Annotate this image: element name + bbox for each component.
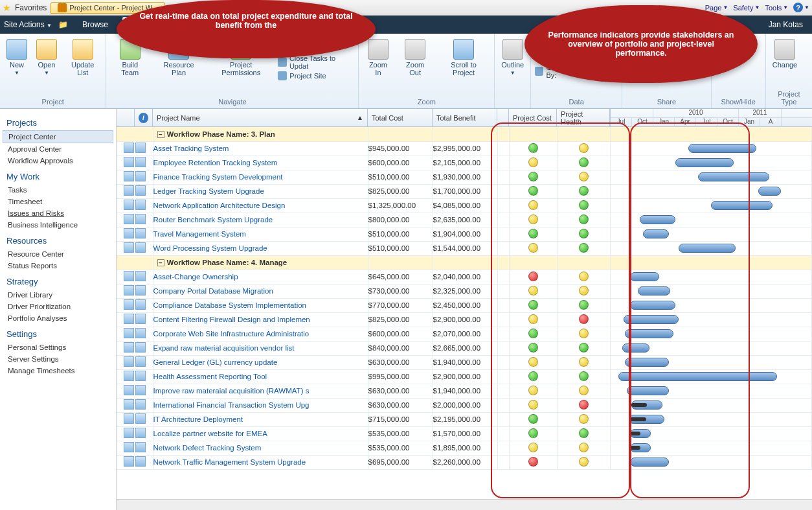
- zoom-out-button[interactable]: Zoom Out: [397, 38, 433, 78]
- project-name-cell[interactable]: Improve raw materaial acquisition (RAWMA…: [153, 384, 368, 398]
- sidebar-heading-my-work[interactable]: My Work: [6, 172, 109, 181]
- table-row[interactable]: Network Application Architecture Design$…: [117, 198, 812, 213]
- change-button[interactable]: Change: [770, 38, 800, 70]
- sidebar-item-workflow-approvals[interactable]: Workflow Approvals: [6, 155, 109, 167]
- gantt-bar[interactable]: [711, 201, 773, 210]
- update-list-button[interactable]: Update List: [63, 38, 102, 78]
- sidebar-item-manage-timesheets[interactable]: Manage Timesheets: [6, 365, 109, 377]
- gantt-bar[interactable]: [630, 272, 659, 281]
- project-name-cell[interactable]: Health Assessment Reporting Tool: [153, 369, 368, 384]
- zoom-in-button[interactable]: Zoom In: [363, 38, 393, 78]
- table-row[interactable]: Health Assessment Reporting Tool$995,000…: [117, 369, 812, 384]
- sidebar-item-approval-center[interactable]: Approval Center: [6, 143, 109, 155]
- project-name-cell[interactable]: Expand raw material acquisition vendor l…: [153, 341, 368, 355]
- table-row[interactable]: Asset Tracking System$945,000.00$2,995,0…: [117, 141, 812, 156]
- project-name-cell[interactable]: Content Filtering Firewall Design and Im…: [153, 312, 368, 327]
- collapse-icon[interactable]: −: [157, 259, 164, 266]
- sidebar-item-status-reports[interactable]: Status Reports: [6, 260, 109, 272]
- gantt-bar[interactable]: [688, 144, 756, 153]
- table-row[interactable]: Ledger Tracking System Upgrade$825,000.0…: [117, 184, 812, 198]
- table-row[interactable]: Improve raw materaial acquisition (RAWMA…: [117, 384, 812, 398]
- table-row[interactable]: General Ledger (GL) currency update$630,…: [117, 355, 812, 369]
- sidebar-item-tasks[interactable]: Tasks: [6, 184, 109, 196]
- table-row[interactable]: Expand raw material acquisition vendor l…: [117, 341, 812, 355]
- grid-body[interactable]: −Workflow Phase Name: 3. PlanAsset Track…: [117, 127, 812, 510]
- favorites-label[interactable]: Favorites: [15, 3, 47, 12]
- horizontal-scrollbar[interactable]: [117, 499, 812, 510]
- open-button[interactable]: Open▼: [34, 38, 60, 77]
- sidebar-item-driver-library[interactable]: Driver Library: [6, 289, 109, 301]
- sidebar-item-personal-settings[interactable]: Personal Settings: [6, 342, 109, 353]
- gantt-bar[interactable]: [758, 187, 781, 196]
- project-name-cell[interactable]: International Financial Transaction Syst…: [153, 398, 368, 412]
- gantt-bar[interactable]: [640, 215, 675, 224]
- table-row[interactable]: Content Filtering Firewall Design and Im…: [117, 312, 812, 327]
- gantt-bar[interactable]: [624, 315, 679, 324]
- col-project-health[interactable]: Project Health: [557, 109, 610, 126]
- col-project-cost[interactable]: Project Cost: [509, 109, 557, 126]
- sidebar-heading-settings[interactable]: Settings: [6, 329, 109, 339]
- help-menu[interactable]: ?▼: [793, 3, 809, 12]
- table-row[interactable]: Word Processing System Upgrade$510,000.0…: [117, 241, 812, 255]
- project-name-cell[interactable]: Asset Tracking System: [153, 141, 368, 156]
- project-name-cell[interactable]: Employee Retention Tracking System: [153, 156, 368, 170]
- project-name-cell[interactable]: General Ledger (GL) currency update: [153, 355, 368, 369]
- table-row[interactable]: Travel Management System$510,000.00$1,90…: [117, 227, 812, 241]
- col-total-benefit[interactable]: Total Benefit: [433, 109, 497, 126]
- sidebar-item-bi[interactable]: Business Intelligence: [6, 219, 109, 231]
- sidebar-item-project-center[interactable]: Project Center: [3, 130, 113, 143]
- nav-up-icon[interactable]: 📁: [58, 20, 68, 29]
- col-project-name[interactable]: Project Name▲: [153, 109, 368, 126]
- table-row[interactable]: IT Architecture Deployment$715,000.00$2,…: [117, 412, 812, 426]
- gantt-bar[interactable]: [630, 458, 669, 467]
- project-name-cell[interactable]: Asset-Change Ownership: [153, 270, 368, 284]
- project-name-cell[interactable]: Localize partner website for EMEA: [153, 426, 368, 441]
- gantt-bar[interactable]: [618, 372, 777, 381]
- table-row[interactable]: Localize partner website for EMEA$535,00…: [117, 426, 812, 441]
- project-name-cell[interactable]: Network Application Architecture Design: [153, 198, 368, 213]
- project-name-cell[interactable]: Travel Management System: [153, 227, 368, 241]
- gantt-bar[interactable]: [627, 386, 669, 395]
- sidebar-heading-strategy[interactable]: Strategy: [6, 277, 109, 286]
- safety-menu[interactable]: Safety▼: [733, 4, 760, 12]
- table-row[interactable]: Compliance Database System Implementatio…: [117, 298, 812, 312]
- project-name-cell[interactable]: IT Architecture Deployment: [153, 412, 368, 426]
- col-total-cost[interactable]: Total Cost: [368, 109, 433, 126]
- project-name-cell[interactable]: Word Processing System Upgrade: [153, 241, 368, 255]
- scroll-to-project-button[interactable]: Scroll to Project: [437, 38, 491, 78]
- sidebar-item-server-settings[interactable]: Server Settings: [6, 353, 109, 365]
- sidebar-heading-resources[interactable]: Resources: [6, 236, 109, 246]
- project-name-cell[interactable]: Finance Tracking System Development: [153, 170, 368, 184]
- col-info[interactable]: i: [135, 109, 153, 126]
- gantt-bar[interactable]: [643, 229, 669, 238]
- sidebar-heading-projects[interactable]: Projects: [6, 118, 109, 128]
- gantt-bar[interactable]: [625, 329, 673, 338]
- table-row[interactable]: Finance Tracking System Development$510,…: [117, 170, 812, 184]
- table-row[interactable]: International Financial Transaction Syst…: [117, 398, 812, 412]
- table-row[interactable]: Employee Retention Tracking System$600,0…: [117, 156, 812, 170]
- table-row[interactable]: Network Defect Tracking System$535,000.0…: [117, 441, 812, 455]
- group-row[interactable]: −Workflow Phase Name: 4. Manage: [117, 255, 812, 270]
- sidebar-item-timesheet[interactable]: Timesheet: [6, 196, 109, 207]
- outline-button[interactable]: Outline▼: [499, 38, 526, 77]
- collapse-icon[interactable]: −: [157, 131, 164, 138]
- sidebar-item-driver-prioritization[interactable]: Driver Prioritization: [6, 301, 109, 312]
- group-row[interactable]: −Workflow Phase Name: 3. Plan: [117, 127, 812, 141]
- project-name-cell[interactable]: Network Traffic Management System Upgrad…: [153, 455, 368, 469]
- table-row[interactable]: Company Portal Database Migration$730,00…: [117, 284, 812, 298]
- sidebar-item-portfolio-analyses[interactable]: Portfolio Analyses: [6, 312, 109, 324]
- tab-browse[interactable]: Browse: [74, 17, 116, 32]
- gantt-bar[interactable]: [625, 358, 669, 367]
- project-name-cell[interactable]: Network Defect Tracking System: [153, 441, 368, 455]
- gantt-bar[interactable]: [638, 286, 670, 296]
- project-name-cell[interactable]: Router Benchmark System Upgrade: [153, 213, 368, 227]
- table-row[interactable]: Asset-Change Ownership$645,000.00$2,040,…: [117, 270, 812, 284]
- gantt-bar[interactable]: [679, 244, 736, 253]
- tools-menu[interactable]: Tools▼: [765, 4, 788, 12]
- table-row[interactable]: Corporate Web Site Infrastructure Admini…: [117, 327, 812, 341]
- favorites-star-icon[interactable]: ★: [3, 3, 11, 13]
- table-row[interactable]: Network Traffic Management System Upgrad…: [117, 455, 812, 469]
- gantt-bar[interactable]: [622, 343, 649, 353]
- project-site-button[interactable]: Project Site: [278, 71, 354, 80]
- project-name-cell[interactable]: Compliance Database System Implementatio…: [153, 298, 368, 312]
